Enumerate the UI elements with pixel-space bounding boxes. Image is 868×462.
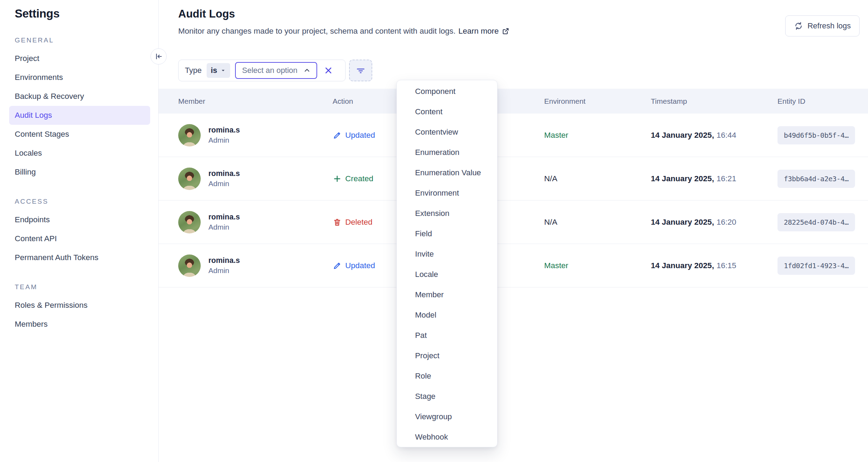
timestamp-cell: 14 January 2025,16:21: [651, 174, 777, 183]
member-cell: romina.s Admin: [178, 168, 333, 190]
column-header-member: Member: [178, 97, 333, 106]
timestamp-cell: 14 January 2025,16:15: [651, 261, 777, 270]
dropdown-option-enumeration[interactable]: Enumeration: [397, 142, 497, 163]
filter-operator-select[interactable]: is: [207, 63, 230, 78]
avatar: [178, 168, 201, 190]
add-filter-button[interactable]: [349, 60, 372, 81]
dropdown-option-extension[interactable]: Extension: [397, 203, 497, 224]
dropdown-option-viewgroup[interactable]: Viewgroup: [397, 407, 497, 427]
member-info: romina.s Admin: [208, 126, 240, 144]
sidebar-item-members[interactable]: Members: [9, 315, 150, 334]
member-cell: romina.s Admin: [178, 254, 333, 277]
timestamp-time: 16:20: [716, 218, 736, 226]
page-description-text: Monitor any changes made to your project…: [178, 27, 455, 36]
general-items: Project Environments Backup & Recovery A…: [15, 49, 150, 182]
sidebar-item-endpoints[interactable]: Endpoints: [9, 210, 150, 229]
chevron-down-icon: [220, 68, 226, 73]
settings-sidebar: Settings GENERAL Project Environments Ba…: [0, 0, 159, 462]
section-label-general: GENERAL: [15, 36, 150, 44]
environment-cell: Master: [544, 131, 651, 140]
column-header-timestamp: Timestamp: [651, 97, 777, 106]
table-header-row: Member Action Type Environment Timestamp…: [159, 89, 868, 114]
sidebar-item-permanent-auth-tokens[interactable]: Permanent Auth Tokens: [9, 248, 150, 267]
action-label: Created: [345, 174, 373, 183]
type-value-select[interactable]: Select an option: [235, 62, 317, 79]
entity-id-badge: 1fd02fd1-4923-4…: [777, 257, 855, 275]
refresh-icon: [794, 21, 803, 30]
environment-cell: N/A: [544, 174, 651, 183]
learn-more-link[interactable]: Learn more: [458, 27, 509, 36]
sidebar-item-content-stages[interactable]: Content Stages: [9, 125, 150, 144]
audit-logs-main: Audit Logs Monitor any changes made to y…: [159, 0, 868, 462]
entity-id-cell: 1fd02fd1-4923-4…: [777, 257, 868, 275]
sidebar-item-backup-recovery[interactable]: Backup & Recovery: [9, 87, 150, 106]
type-dropdown-menu: Component Content Contentview Enumeratio…: [396, 80, 498, 447]
sidebar-item-environments[interactable]: Environments: [9, 68, 150, 87]
member-cell: romina.s Admin: [178, 124, 333, 147]
member-cell: romina.s Admin: [178, 211, 333, 233]
dropdown-option-field[interactable]: Field: [397, 224, 497, 244]
trash-icon: [333, 218, 342, 227]
timestamp-time: 16:15: [716, 261, 736, 270]
entity-id-badge: b49d6f5b-0b5f-4…: [777, 126, 855, 144]
sidebar-item-content-api[interactable]: Content API: [9, 229, 150, 248]
dropdown-option-role[interactable]: Role: [397, 366, 497, 386]
dropdown-option-component[interactable]: Component: [397, 81, 497, 102]
action-label: Updated: [345, 131, 375, 140]
settings-page: Settings GENERAL Project Environments Ba…: [0, 0, 868, 462]
dropdown-option-enumeration-value[interactable]: Enumeration Value: [397, 163, 497, 183]
sidebar-item-locales[interactable]: Locales: [9, 144, 150, 163]
dropdown-option-invite[interactable]: Invite: [397, 244, 497, 264]
environment-cell: Master: [544, 261, 651, 270]
timestamp-cell: 14 January 2025,16:20: [651, 218, 777, 227]
member-info: romina.s Admin: [208, 256, 240, 275]
dropdown-option-stage[interactable]: Stage: [397, 386, 497, 407]
member-info: romina.s Admin: [208, 213, 240, 231]
table-row: romina.s Admin Deleted Member N/A 14 Jan…: [159, 201, 868, 244]
filter-group: Type is Select an option: [178, 60, 346, 81]
sidebar-item-billing[interactable]: Billing: [9, 163, 150, 182]
column-header-environment: Environment: [544, 97, 651, 106]
close-icon: [324, 66, 333, 75]
timestamp-cell: 14 January 2025,16:44: [651, 131, 777, 140]
dropdown-option-environment[interactable]: Environment: [397, 183, 497, 203]
member-role: Admin: [208, 223, 240, 231]
collapse-sidebar-icon: [154, 52, 163, 61]
avatar: [178, 211, 201, 233]
sidebar-item-audit-logs[interactable]: Audit Logs: [9, 106, 150, 125]
edit-pencil-icon: [333, 261, 342, 270]
action-label: Deleted: [345, 218, 373, 227]
avatar: [178, 254, 201, 277]
dropdown-option-content[interactable]: Content: [397, 102, 497, 122]
sidebar-collapse-button[interactable]: [151, 48, 167, 64]
member-name: romina.s: [208, 169, 240, 178]
timestamp-date: 14 January 2025,: [651, 174, 714, 183]
dropdown-option-member[interactable]: Member: [397, 285, 497, 305]
refresh-logs-button[interactable]: Refresh logs: [785, 15, 860, 36]
page-description: Monitor any changes made to your project…: [178, 27, 510, 36]
dropdown-option-model[interactable]: Model: [397, 305, 497, 325]
timestamp-time: 16:44: [716, 131, 736, 140]
access-items: Endpoints Content API Permanent Auth Tok…: [15, 210, 150, 267]
action-label: Updated: [345, 261, 375, 270]
table-row: romina.s Admin Updated Field Master 14 J…: [159, 244, 868, 287]
sidebar-item-roles-permissions[interactable]: Roles & Permissions: [9, 296, 150, 315]
dropdown-option-webhook[interactable]: Webhook: [397, 427, 497, 447]
type-select-value: Select an option: [242, 66, 298, 75]
chevron-up-icon: [303, 67, 311, 74]
dropdown-option-locale[interactable]: Locale: [397, 264, 497, 285]
member-role: Admin: [208, 136, 240, 144]
dropdown-option-project[interactable]: Project: [397, 346, 497, 366]
avatar: [178, 124, 201, 147]
sidebar-item-project[interactable]: Project: [9, 49, 150, 68]
member-info: romina.s Admin: [208, 169, 240, 188]
filter-field-label: Type: [185, 66, 202, 75]
filter-icon: [356, 66, 366, 75]
audit-logs-table: Member Action Type Environment Timestamp…: [159, 89, 868, 287]
clear-filter-button[interactable]: [322, 63, 335, 77]
dropdown-option-contentview[interactable]: Contentview: [397, 122, 497, 142]
plus-icon: [333, 174, 342, 183]
page-title: Audit Logs: [178, 8, 235, 20]
learn-more-label: Learn more: [458, 27, 499, 36]
dropdown-option-pat[interactable]: Pat: [397, 325, 497, 346]
